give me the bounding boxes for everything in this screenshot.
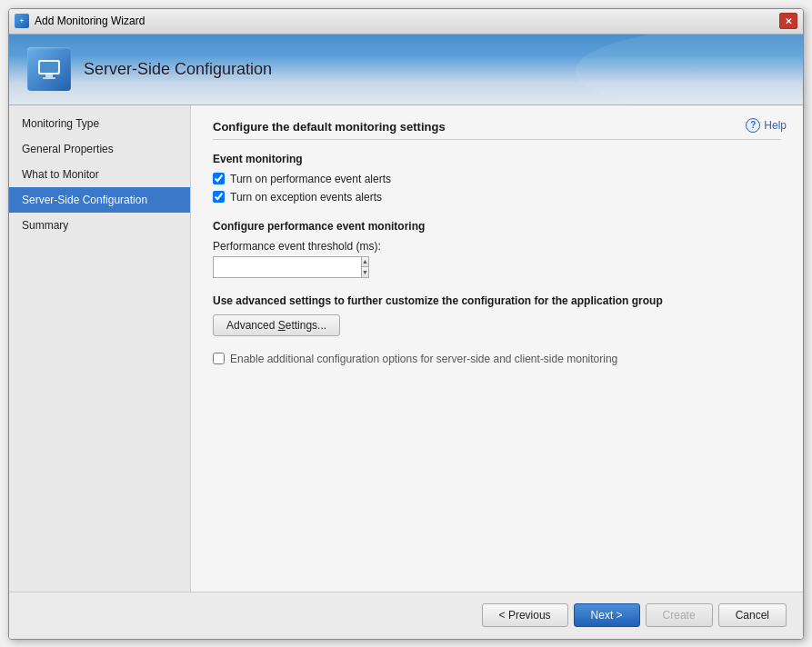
wizard-window: + Add Monitoring Wizard ✕ Server-Side Co… xyxy=(8,8,804,640)
perf-alerts-checkbox[interactable] xyxy=(213,173,225,184)
threshold-input[interactable]: 15000 xyxy=(213,256,361,278)
header: Server-Side Configuration xyxy=(9,35,803,105)
cancel-button[interactable]: Cancel xyxy=(718,603,787,627)
create-button: Create xyxy=(646,603,713,627)
titlebar: + Add Monitoring Wizard ✕ xyxy=(9,9,803,35)
sidebar-item-server-side-configuration[interactable]: Server-Side Configuration xyxy=(9,187,190,213)
svg-rect-3 xyxy=(43,77,55,79)
enable-additional-row: Enable additional configuration options … xyxy=(213,353,781,365)
exception-alerts-checkbox[interactable] xyxy=(213,191,225,203)
enable-additional-checkbox[interactable] xyxy=(213,353,225,364)
exception-alerts-row: Turn on exception events alerts xyxy=(213,191,781,204)
header-title: Server-Side Configuration xyxy=(84,60,272,79)
perf-alerts-label: Turn on performance event alerts xyxy=(230,173,391,185)
header-icon xyxy=(27,47,71,91)
exception-alerts-label: Turn on exception events alerts xyxy=(230,191,382,204)
footer: < Previous Next > Create Cancel xyxy=(9,592,803,639)
sidebar-item-general-properties[interactable]: General Properties xyxy=(9,136,190,162)
configure-perf-section: Configure performance event monitoring P… xyxy=(213,220,781,278)
main-panel: ? Help Configure the default monitoring … xyxy=(191,105,803,592)
perf-alerts-row: Turn on performance event alerts xyxy=(213,173,781,185)
svg-rect-2 xyxy=(45,75,53,77)
configure-perf-title: Configure performance event monitoring xyxy=(213,220,781,233)
event-monitoring-section: Event monitoring Turn on performance eve… xyxy=(213,153,781,204)
titlebar-left: + Add Monitoring Wizard xyxy=(15,14,145,28)
sidebar-item-what-to-monitor[interactable]: What to Monitor xyxy=(9,162,190,187)
enable-additional-label: Enable additional configuration options … xyxy=(230,353,617,365)
advanced-label: Use advanced settings to further customi… xyxy=(213,294,781,307)
titlebar-title: Add Monitoring Wizard xyxy=(35,15,145,27)
sidebar-item-summary[interactable]: Summary xyxy=(9,213,190,238)
help-link[interactable]: ? Help xyxy=(746,118,787,133)
spinbox-up-button[interactable]: ▲ xyxy=(362,257,368,268)
advanced-settings-button[interactable]: Advanced Settings... xyxy=(213,314,340,336)
content-area: Monitoring Type General Properties What … xyxy=(9,105,803,592)
titlebar-icon: + xyxy=(15,14,29,28)
page-title: Configure the default monitoring setting… xyxy=(213,120,781,140)
sidebar-item-monitoring-type[interactable]: Monitoring Type xyxy=(9,111,190,136)
advanced-section: Use advanced settings to further customi… xyxy=(213,294,781,336)
help-icon: ? xyxy=(746,118,760,133)
spinbox-down-button[interactable]: ▼ xyxy=(362,267,368,277)
threshold-spinbox: 15000 ▲ ▼ xyxy=(213,256,367,278)
svg-rect-1 xyxy=(40,62,58,73)
threshold-label: Performance event threshold (ms): xyxy=(213,240,781,253)
spinbox-buttons: ▲ ▼ xyxy=(361,256,369,278)
next-button[interactable]: Next > xyxy=(574,603,640,627)
close-button[interactable]: ✕ xyxy=(779,13,797,29)
previous-button[interactable]: < Previous xyxy=(482,603,568,627)
event-monitoring-title: Event monitoring xyxy=(213,153,781,165)
sidebar: Monitoring Type General Properties What … xyxy=(9,105,191,592)
